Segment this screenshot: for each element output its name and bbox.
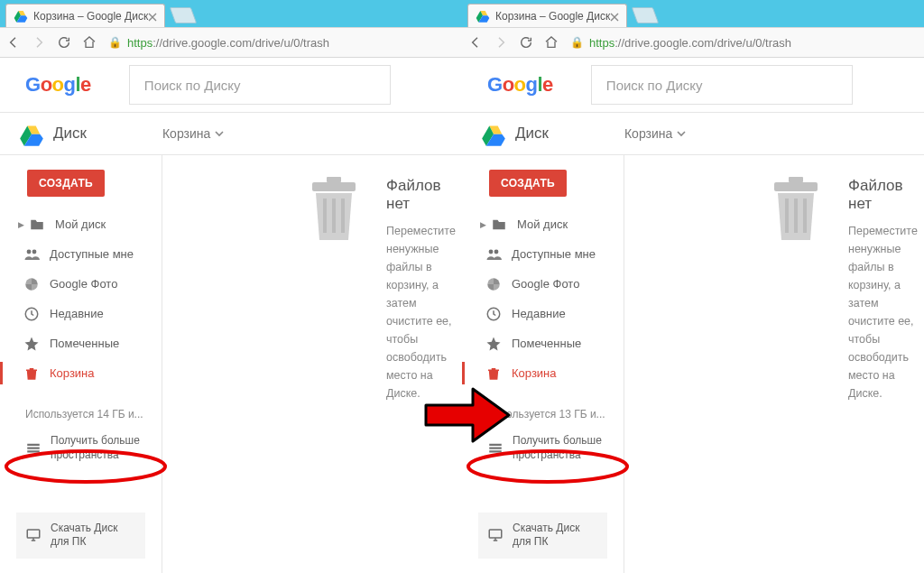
- sidebar-item-label: Корзина: [512, 366, 557, 380]
- svg-rect-32: [489, 450, 502, 452]
- sidebar-item-label: Недавние: [512, 307, 566, 320]
- google-logo[interactable]: Google: [487, 73, 553, 97]
- sidebar-item-photos[interactable]: Google Фото: [462, 269, 624, 299]
- browser-tab[interactable]: Корзина – Google Диск: [467, 4, 627, 27]
- create-button[interactable]: СОЗДАТЬ: [27, 170, 105, 197]
- storage-more-link[interactable]: Получить больше пространства: [487, 434, 611, 462]
- svg-rect-34: [774, 182, 818, 191]
- sidebar-item-mydrive[interactable]: ▶Мой диск: [462, 209, 624, 239]
- url-bar[interactable]: 🔒 https ://drive.google.com /drive/u/0/t…: [568, 36, 921, 50]
- sidebar-item-label: Доступные мне: [512, 247, 596, 261]
- chevron-down-icon: [215, 129, 224, 138]
- sidebar-item-label: Недавние: [50, 307, 104, 320]
- back-button[interactable]: [5, 34, 22, 51]
- storage-icon: [487, 440, 504, 457]
- sidebar-item-photos[interactable]: Google Фото: [0, 269, 162, 299]
- sidebar-item-label: Google Фото: [50, 277, 117, 291]
- monitor-icon: [487, 527, 504, 543]
- trash-icon: [23, 365, 41, 383]
- svg-rect-14: [27, 530, 40, 538]
- svg-rect-33: [489, 530, 502, 538]
- tab-close-icon[interactable]: [610, 12, 619, 21]
- folder-icon: [490, 216, 508, 234]
- empty-state: Файлов нет Переместите ненужные файлы в …: [624, 177, 924, 402]
- sidebar-item-starred[interactable]: Помеченные: [0, 328, 162, 358]
- svg-rect-11: [27, 443, 40, 445]
- browser-toolbar: 🔒 https ://drive.google.com /drive/u/0/t…: [462, 27, 924, 58]
- sidebar-item-starred[interactable]: Помеченные: [462, 328, 624, 358]
- sidebar-item-shared[interactable]: Доступные мне: [0, 239, 162, 269]
- home-button[interactable]: [81, 34, 97, 51]
- forward-button[interactable]: [493, 34, 509, 51]
- sidebar-item-label: Google Фото: [512, 277, 579, 291]
- storage-usage[interactable]: Используется 13 ГБ и...: [487, 408, 611, 423]
- download-desktop-button[interactable]: Скачать Диск для ПК: [478, 513, 607, 559]
- svg-rect-16: [327, 177, 341, 182]
- lock-icon: 🔒: [570, 36, 584, 49]
- page-header: Google Поиск по Диску: [0, 58, 465, 112]
- star-icon: [23, 335, 41, 353]
- sidebar-item-label: Корзина: [50, 366, 95, 380]
- back-button[interactable]: [467, 34, 484, 51]
- empty-line: Переместите ненужные файлы в: [386, 222, 465, 276]
- storage-usage[interactable]: Используется 14 ГБ и...: [25, 408, 149, 423]
- pinwheel-icon: [485, 275, 503, 293]
- sidebar-item-label: Помеченные: [512, 337, 581, 350]
- sidebar-item-trash[interactable]: Корзина: [462, 358, 624, 388]
- url-bar[interactable]: 🔒 https ://drive.google.com /drive/u/0/t…: [106, 36, 459, 50]
- sidebar-item-shared[interactable]: Доступные мне: [462, 239, 624, 269]
- svg-rect-36: [785, 199, 789, 233]
- url-proto: https: [127, 36, 152, 50]
- reload-button[interactable]: [518, 34, 534, 51]
- empty-line: Переместите ненужные файлы в: [848, 222, 924, 276]
- monitor-icon: [25, 527, 42, 543]
- svg-rect-17: [323, 199, 327, 233]
- star-icon: [485, 335, 503, 353]
- sub-header: Диск Корзина: [462, 112, 924, 155]
- forward-button[interactable]: [31, 34, 47, 51]
- svg-rect-15: [312, 182, 356, 191]
- search-input[interactable]: Поиск по Диску: [591, 65, 853, 105]
- sidebar: СОЗДАТЬ ▶Мой дискДоступные мнеGoogle Фот…: [462, 155, 624, 573]
- url-host: ://drive.google.com: [152, 36, 252, 50]
- lock-icon: 🔒: [108, 36, 122, 49]
- storage-more-link[interactable]: Получить больше пространства: [25, 434, 149, 462]
- google-logo[interactable]: Google: [25, 73, 91, 97]
- pinwheel-icon: [23, 275, 41, 293]
- empty-line: освободить место на Диске.: [848, 348, 924, 402]
- breadcrumb[interactable]: Корзина: [624, 126, 686, 141]
- home-button[interactable]: [543, 34, 559, 51]
- expand-icon[interactable]: ▶: [477, 220, 488, 229]
- browser-toolbar: 🔒 https ://drive.google.com /drive/u/0/t…: [0, 27, 465, 58]
- empty-title: Файлов нет: [848, 177, 924, 213]
- svg-rect-30: [489, 443, 502, 445]
- new-tab-button[interactable]: [632, 7, 660, 23]
- sidebar-item-label: Доступные мне: [50, 247, 134, 261]
- new-tab-button[interactable]: [170, 7, 198, 23]
- browser-tab[interactable]: Корзина – Google Диск: [5, 4, 165, 27]
- sidebar-item-trash[interactable]: Корзина: [0, 358, 162, 388]
- tab-close-icon[interactable]: [148, 12, 157, 21]
- drive-favicon-icon: [476, 9, 490, 23]
- url-path: /drive/u/0/trash: [252, 36, 329, 50]
- trash-icon: [485, 365, 503, 383]
- svg-rect-31: [489, 447, 502, 448]
- download-desktop-button[interactable]: Скачать Диск для ПК: [16, 513, 145, 559]
- sidebar: СОЗДАТЬ ▶Мой дискДоступные мнеGoogle Фот…: [0, 155, 162, 573]
- svg-rect-13: [27, 450, 40, 452]
- people-icon: [485, 245, 503, 263]
- sidebar-item-recent[interactable]: Недавние: [0, 299, 162, 328]
- product-title: Диск: [53, 125, 87, 143]
- expand-icon[interactable]: ▶: [15, 220, 26, 229]
- svg-point-28: [494, 249, 499, 254]
- nav-list: ▶Мой дискДоступные мнеGoogle ФотоНедавни…: [462, 209, 624, 388]
- breadcrumb[interactable]: Корзина: [162, 126, 224, 141]
- clock-icon: [23, 305, 41, 323]
- storage-icon: [25, 440, 42, 457]
- sidebar-item-mydrive[interactable]: ▶Мой диск: [0, 209, 162, 239]
- sidebar-item-recent[interactable]: Недавние: [462, 299, 624, 328]
- create-button[interactable]: СОЗДАТЬ: [489, 170, 567, 197]
- search-input[interactable]: Поиск по Диску: [129, 65, 391, 105]
- svg-rect-37: [794, 199, 798, 233]
- reload-button[interactable]: [56, 34, 72, 51]
